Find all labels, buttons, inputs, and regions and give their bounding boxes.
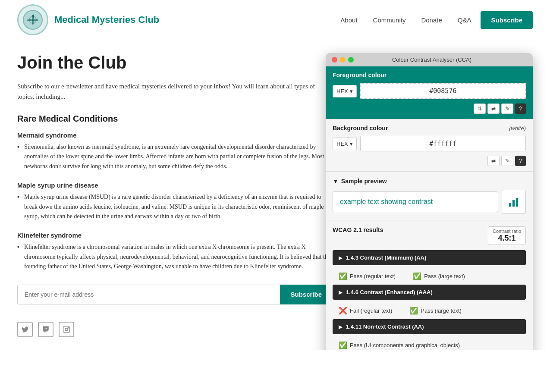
condition-title-1: Maple syrup urine disease bbox=[17, 182, 332, 189]
fg-format-select[interactable]: HEX ▾ bbox=[333, 85, 357, 97]
svg-point-6 bbox=[65, 328, 68, 331]
condition-title-2: Klinefelter syndrome bbox=[17, 232, 332, 239]
row-arrow-146: ▶ bbox=[339, 289, 343, 295]
cca-body: Foreground colour HEX ▾ ⇅ ⇌ ✎ ? bbox=[326, 66, 533, 350]
wcag-143-regular-label: Pass (regular text) bbox=[350, 273, 396, 279]
bg-tools: ⇌ ✎ ? bbox=[333, 156, 526, 166]
bg-color-row: HEX ▾ bbox=[333, 136, 526, 151]
site-header: ⚕ Medical Mysteries Club About Community… bbox=[0, 0, 550, 40]
preview-arrow: ▼ bbox=[333, 178, 339, 185]
nav-qa[interactable]: Q&A bbox=[452, 13, 478, 27]
svg-rect-8 bbox=[509, 203, 511, 207]
instagram-icon[interactable] bbox=[59, 322, 74, 337]
foreground-section: Foreground colour HEX ▾ ⇅ ⇌ ✎ ? bbox=[326, 66, 533, 119]
svg-rect-10 bbox=[516, 198, 518, 207]
pass-icon-146-large: ✅ bbox=[409, 307, 418, 315]
svg-rect-5 bbox=[63, 326, 70, 332]
preview-label: ▼ Sample preview bbox=[333, 178, 526, 185]
email-input[interactable] bbox=[17, 285, 280, 304]
fg-tools: ⇅ ⇌ ✎ ? bbox=[333, 103, 526, 114]
cca-window: Colour Contrast Analyser (CCA) Foregroun… bbox=[326, 53, 533, 350]
row-label-1411: 1.4.11 Non-text Contrast (AA) bbox=[346, 323, 424, 330]
row-arrow-143: ▶ bbox=[339, 255, 343, 261]
pass-icon-143-large: ✅ bbox=[413, 272, 421, 280]
twitter-icon[interactable] bbox=[17, 322, 33, 337]
svg-point-7 bbox=[68, 327, 69, 328]
condition-maple: Maple syrup urine disease Maple syrup ur… bbox=[17, 182, 332, 221]
cca-title: Colour Contrast Analyser (CCA) bbox=[337, 56, 527, 63]
twitch-icon[interactable] bbox=[38, 322, 53, 337]
wcag-1411-ui: ✅ Pass (UI components and graphical obje… bbox=[339, 341, 460, 349]
contrast-ratio-box: Contrast ratio 4.5:1 bbox=[488, 226, 526, 245]
chart-button[interactable] bbox=[502, 190, 526, 214]
condition-desc-1: Maple syrup urine disease (MSUD) is a ra… bbox=[17, 192, 332, 221]
bg-hex-input[interactable] bbox=[360, 136, 526, 151]
contrast-ratio-label: Contrast ratio bbox=[493, 229, 521, 234]
sample-text: example text showing contrast bbox=[340, 198, 433, 205]
row-label-143: 1.4.3 Contrast (Minimum) (AA) bbox=[346, 254, 426, 261]
wcag-title: WCAG 2.1 results bbox=[333, 226, 383, 233]
wcag-143-large: ✅ Pass (large text) bbox=[413, 272, 465, 280]
preview-text-label: Sample preview bbox=[341, 178, 387, 185]
wcag-146-large: ✅ Pass (large text) bbox=[409, 307, 462, 315]
wcag-1411-ui-label: Pass (UI components and graphical object… bbox=[350, 342, 460, 348]
email-subscribe-button[interactable]: Subscribe bbox=[280, 285, 332, 304]
wcag-row-143[interactable]: ▶ 1.4.3 Contrast (Minimum) (AA) bbox=[333, 250, 526, 265]
pass-icon-1411-ui: ✅ bbox=[339, 341, 347, 349]
wcag-146-regular-label: Fail (regular text) bbox=[350, 307, 392, 314]
condition-desc-2: Klinefelter syndrome is a chromosomal va… bbox=[17, 242, 332, 271]
nav-subscribe-button[interactable]: Subscribe bbox=[481, 11, 533, 29]
fg-adjust-btn[interactable]: ⇌ bbox=[487, 103, 500, 114]
svg-rect-9 bbox=[512, 200, 515, 207]
bg-picker-btn[interactable]: ✎ bbox=[501, 156, 513, 166]
pass-icon-143-regular: ✅ bbox=[339, 272, 347, 280]
site-title: Medical Mysteries Club bbox=[54, 14, 159, 25]
page-heading: Join the Club bbox=[17, 53, 332, 72]
sample-text-box: example text showing contrast bbox=[333, 191, 498, 212]
bg-format-select[interactable]: HEX ▾ bbox=[333, 138, 357, 150]
fg-picker-btn[interactable]: ✎ bbox=[501, 103, 513, 114]
wcag-row-146[interactable]: ▶ 1.4.6 Contrast (Enhanced) (AAA) bbox=[333, 285, 526, 300]
fg-format-label: HEX bbox=[336, 88, 348, 94]
wcag-143-regular: ✅ Pass (regular text) bbox=[339, 272, 396, 280]
fg-hex-input[interactable] bbox=[360, 83, 526, 99]
main-content: Join the Club Subscribe to our e-newslet… bbox=[0, 40, 550, 350]
intro-text: Subscribe to our e-newsletter and have m… bbox=[17, 81, 332, 102]
email-form: Subscribe bbox=[17, 285, 332, 304]
background-section: Background colour (white) HEX ▾ ⇌ ✎ ? bbox=[326, 119, 533, 172]
social-icons bbox=[17, 322, 332, 337]
sample-preview-section: ▼ Sample preview example text showing co… bbox=[326, 172, 533, 220]
fg-swap-btn[interactable]: ⇅ bbox=[474, 103, 486, 114]
condition-title-0: Mermaid syndrome bbox=[17, 132, 332, 139]
condition-mermaid: Mermaid syndrome Sirenomelia, also known… bbox=[17, 132, 332, 171]
wcag-row-1411[interactable]: ▶ 1.4.11 Non-text Contrast (AA) bbox=[333, 319, 526, 334]
cca-titlebar: Colour Contrast Analyser (CCA) bbox=[326, 53, 533, 66]
nav-community[interactable]: Community bbox=[367, 13, 412, 27]
bg-format-chevron: ▾ bbox=[350, 141, 353, 147]
section-heading: Rare Medical Conditions bbox=[17, 114, 332, 124]
site-logo: ⚕ bbox=[17, 4, 48, 35]
main-nav: About Community Donate Q&A Subscribe bbox=[334, 11, 533, 29]
bg-format-label: HEX bbox=[336, 141, 348, 147]
wcag-146-large-label: Pass (large text) bbox=[421, 307, 462, 314]
wcag-143-results: ✅ Pass (regular text) ✅ Pass (large text… bbox=[333, 269, 526, 285]
nav-donate[interactable]: Donate bbox=[415, 13, 448, 27]
content-area: Join the Club Subscribe to our e-newslet… bbox=[17, 53, 332, 337]
wcag-143-large-label: Pass (large text) bbox=[424, 273, 465, 279]
row-label-146: 1.4.6 Contrast (Enhanced) (AAA) bbox=[346, 289, 433, 295]
wcag-1411-results: ✅ Pass (UI components and graphical obje… bbox=[333, 338, 526, 350]
wcag-146-regular: ❌ Fail (regular text) bbox=[339, 307, 392, 315]
wcag-146-results: ❌ Fail (regular text) ✅ Pass (large text… bbox=[333, 303, 526, 319]
bg-section-header: Background colour (white) bbox=[333, 125, 526, 132]
row-arrow-1411: ▶ bbox=[339, 324, 343, 330]
fg-color-row: HEX ▾ bbox=[333, 83, 526, 99]
fg-info-btn[interactable]: ? bbox=[515, 103, 526, 114]
bg-label: Background colour bbox=[333, 125, 388, 132]
nav-about[interactable]: About bbox=[334, 13, 363, 27]
fg-format-chevron: ▾ bbox=[350, 88, 353, 94]
bg-adjust-btn[interactable]: ⇌ bbox=[487, 156, 500, 166]
bg-white-label: (white) bbox=[509, 125, 526, 132]
contrast-ratio-value: 4.5:1 bbox=[493, 234, 521, 243]
bg-info-btn[interactable]: ? bbox=[515, 156, 526, 166]
condition-klinefelter: Klinefelter syndrome Klinefelter syndrom… bbox=[17, 232, 332, 271]
